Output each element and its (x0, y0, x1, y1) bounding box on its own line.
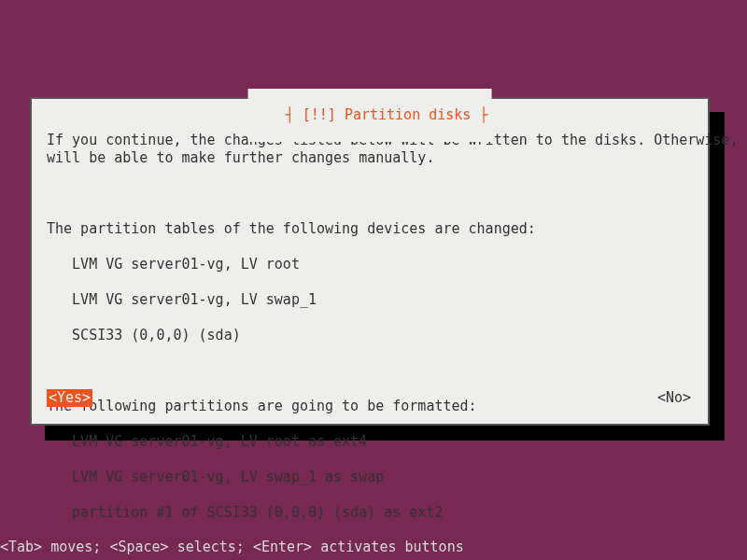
tables-header: The partition tables of the following de… (47, 220, 693, 238)
tables-item: LVM VG server01-vg, LV root (47, 256, 693, 273)
tables-item: SCSI33 (0,0,0) (sda) (47, 327, 693, 344)
dialog-title-text: [!!] Partition disks (303, 106, 472, 123)
button-row: <Yes> <No> (47, 389, 693, 407)
format-item: LVM VG server01-vg, LV root as ext4 (47, 433, 693, 451)
dialog-title-open: ┤ (286, 106, 303, 123)
tables-item: LVM VG server01-vg, LV swap_1 (47, 291, 693, 309)
dialog-body: If you continue, the changes listed belo… (32, 99, 708, 560)
blank-line (47, 362, 693, 380)
format-item: LVM VG server01-vg, LV swap_1 as swap (47, 469, 693, 486)
blank-line (47, 185, 693, 203)
dialog-title-close: ├ (471, 106, 487, 123)
no-button[interactable]: <No> (655, 389, 693, 407)
footer-hint: <Tab> moves; <Space> selects; <Enter> ac… (0, 539, 464, 556)
format-item: partition #1 of SCSI33 (0,0,0) (sda) as … (47, 504, 693, 522)
partition-disks-dialog: ┤ [!!] Partition disks ├ If you continue… (30, 97, 710, 426)
yes-button[interactable]: <Yes> (47, 389, 92, 407)
